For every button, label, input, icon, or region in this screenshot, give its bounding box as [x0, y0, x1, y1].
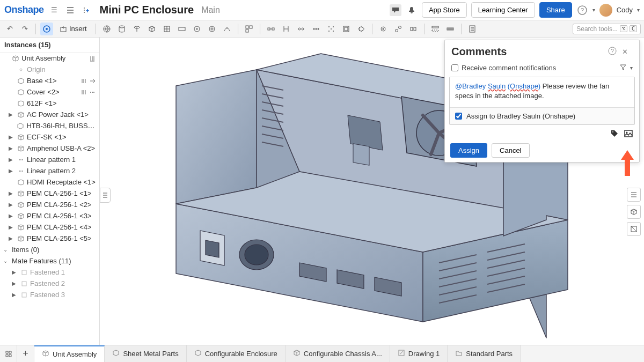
tool-gear2-icon[interactable]	[377, 23, 390, 35]
view-cube-icon[interactable]	[627, 205, 641, 219]
help-icon[interactable]: ?	[576, 4, 588, 16]
mate-item[interactable]: ▶Fastened 1	[0, 267, 99, 278]
tool-named-positions-icon[interactable]	[429, 23, 442, 35]
trail-suppress-icon[interactable]	[89, 55, 96, 62]
tree-item[interactable]: ▶PEM CLA-256-1 <2>	[0, 199, 99, 210]
tool-measure-icon[interactable]	[444, 23, 457, 35]
user-caret-icon[interactable]: ▾	[637, 7, 640, 13]
add-tab-icon[interactable]: +	[17, 345, 34, 362]
tree-item[interactable]: HTB-36I-RH, BUSSM...	[0, 120, 99, 131]
svg-point-47	[20, 69, 22, 71]
tool-replicate-icon[interactable]	[295, 23, 308, 35]
image-attach-icon[interactable]	[624, 129, 634, 139]
mate-item[interactable]: ▶Fastened 3	[0, 289, 99, 300]
tab[interactable]: Configurable Chassis A...	[286, 345, 390, 362]
document-branch[interactable]: Main	[201, 5, 220, 15]
tool-relation-icon[interactable]	[265, 23, 277, 35]
tool-pattern-circular-icon[interactable]	[325, 23, 338, 35]
app-store-button[interactable]: App Store	[422, 2, 467, 18]
assign-button[interactable]: Assign	[450, 143, 487, 158]
tree-item[interactable]: ▶Linear pattern 2	[0, 165, 99, 176]
tag-icon[interactable]	[610, 129, 620, 139]
tree-item[interactable]: HDMI Receptacle <1>	[0, 176, 99, 188]
tab[interactable]: Drawing 1	[390, 345, 448, 362]
tab[interactable]: Configurable Enclosure	[187, 345, 286, 362]
insert-button[interactable]: Insert	[55, 23, 91, 34]
bell-icon[interactable]	[406, 4, 418, 16]
avatar[interactable]	[599, 4, 612, 17]
tool-globe-icon[interactable]	[100, 23, 113, 35]
undo-icon[interactable]: ↶	[3, 23, 16, 35]
trail-m1-icon[interactable]	[80, 88, 87, 96]
tool-group-icon[interactable]	[243, 23, 255, 35]
svg-point-31	[328, 31, 330, 32]
assign-checkbox[interactable]	[455, 113, 462, 120]
logo[interactable]: Onshape	[4, 4, 44, 16]
tool-planar-icon[interactable]	[175, 23, 188, 35]
cancel-button[interactable]: Cancel	[492, 143, 529, 158]
share-button[interactable]: Share	[539, 2, 572, 18]
learning-center-button[interactable]: Learning Center	[471, 2, 535, 18]
tool-standard-content-icon[interactable]	[340, 23, 353, 35]
tool-pattern-linear-icon[interactable]	[310, 23, 323, 35]
filter-icon[interactable]	[619, 63, 627, 72]
tool-bom-icon[interactable]	[466, 23, 479, 35]
tool-snap-icon[interactable]	[280, 23, 292, 35]
tool-parallel-icon[interactable]	[206, 23, 218, 35]
comments-close-icon[interactable]: ✕	[622, 48, 633, 56]
tab[interactable]: Standard Parts	[448, 345, 521, 362]
instances-header[interactable]: Instances (15)	[0, 38, 99, 53]
tree-item[interactable]: ▶PEM CLA-256-1 <4>	[0, 221, 99, 233]
tab[interactable]: Unit Assembly	[34, 345, 105, 362]
tab-manager-icon[interactable]	[0, 345, 17, 362]
tree-item[interactable]: ▶PEM CLA-256-1 <5>	[0, 233, 99, 244]
assembly-icon	[17, 111, 25, 119]
versions-icon[interactable]	[40, 23, 53, 35]
trail-m3-icon[interactable]	[89, 88, 96, 96]
tool-gear1-icon[interactable]	[355, 23, 368, 35]
tab[interactable]: Sheet Metal Parts	[105, 345, 186, 362]
tree-item[interactable]: ▶PEM CLA-256-1 <1>	[0, 188, 99, 199]
items-section[interactable]: ⌄ Items (0)	[0, 244, 99, 255]
view-section-icon[interactable]	[627, 222, 641, 236]
tree-item[interactable]: 612F <1>	[0, 98, 99, 109]
trail-m1-icon[interactable]	[80, 77, 87, 85]
tool-cylinder-icon[interactable]	[115, 23, 128, 35]
tool-exploded-icon[interactable]	[392, 23, 405, 35]
tree-item[interactable]: Unit Assembly	[0, 53, 99, 64]
tool-revolute-icon[interactable]	[130, 23, 143, 35]
svg-point-38	[382, 28, 384, 29]
tool-ball-icon[interactable]	[191, 23, 203, 35]
tree-toggle-icon[interactable]	[64, 4, 76, 16]
insert-plus-icon[interactable]	[80, 4, 92, 16]
tree-item[interactable]: ▶ECF-SK <1>	[0, 131, 99, 143]
tree-item[interactable]: ▶PEM CLA-256-1 <3>	[0, 210, 99, 221]
tree-item[interactable]: ▶Linear pattern 1	[0, 154, 99, 165]
document-title[interactable]: Mini PC Enclosure	[100, 4, 194, 16]
trail-m2-icon[interactable]	[89, 77, 96, 85]
tree-item[interactable]: Cover <2>	[0, 86, 99, 98]
comment-icon[interactable]	[390, 4, 401, 16]
comment-editor[interactable]: @Bradley Sauln (Onshape) Please review t…	[449, 77, 635, 125]
redo-icon[interactable]: ↷	[18, 23, 31, 35]
search-tools[interactable]: Search tools... ⌥ C	[573, 24, 641, 34]
filter-caret-icon[interactable]: ▾	[630, 65, 633, 71]
help-caret-icon[interactable]: ▾	[592, 7, 595, 13]
tool-display-states-icon[interactable]	[407, 23, 420, 35]
assembly-icon	[17, 235, 25, 242]
menu-icon[interactable]: ☰	[48, 4, 60, 16]
tool-fastened-icon[interactable]	[160, 23, 173, 35]
tool-cube-icon[interactable]	[145, 23, 158, 35]
user-name[interactable]: Cody	[617, 6, 633, 14]
tool-tangent-icon[interactable]	[221, 23, 233, 35]
view-list-icon[interactable]	[627, 188, 641, 202]
tree-item[interactable]: ▶AC Power Jack <1>	[0, 109, 99, 120]
mate-item[interactable]: ▶Fastened 2	[0, 278, 99, 289]
collapse-panel-icon[interactable]	[100, 188, 111, 203]
comments-help-icon[interactable]: ?	[608, 47, 619, 57]
mate-features-section[interactable]: ⌄ Mate Features (11)	[0, 255, 99, 267]
notify-checkbox[interactable]	[451, 64, 458, 71]
tree-item[interactable]: Base <1>	[0, 75, 99, 86]
tree-item[interactable]: ▶Amphenol USB-A <2>	[0, 143, 99, 154]
tree-item[interactable]: Origin	[0, 64, 99, 75]
